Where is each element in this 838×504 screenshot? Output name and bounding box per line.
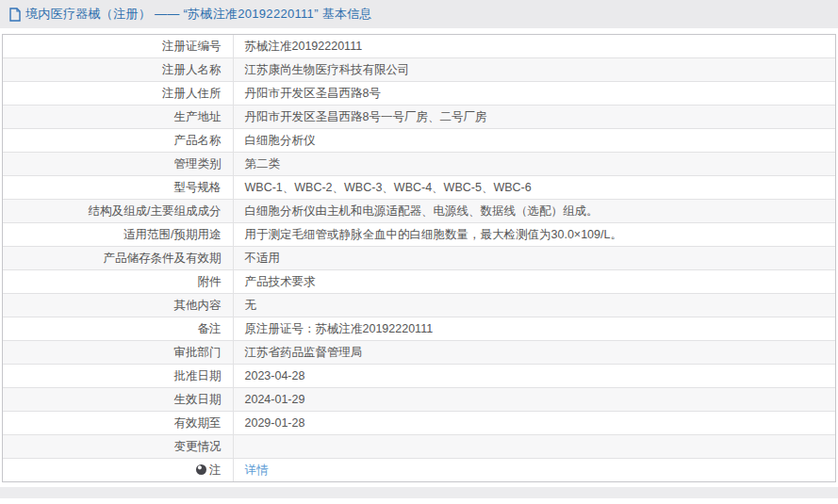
table-row: 产品名称白细胞分析仪 — [3, 129, 835, 153]
row-label: 审批部门 — [3, 341, 233, 365]
row-label: 批准日期 — [3, 365, 233, 388]
row-value-text: 用于测定毛细管或静脉全血中的白细胞数量，最大检测值为30.0×109/L。 — [245, 228, 622, 241]
row-value-text: 2029-01-28 — [245, 416, 305, 430]
row-label: 适用范围/预期用途 — [3, 223, 233, 247]
details-link[interactable]: 详情 — [245, 463, 269, 477]
row-value: 丹阳市开发区圣昌西路8号一号厂房、二号厂房 — [233, 106, 835, 129]
row-label-text: 附件 — [198, 275, 222, 288]
row-label: 其他内容 — [3, 294, 233, 317]
row-label-text: 有效期至 — [174, 416, 222, 430]
row-label: 变更情况 — [3, 435, 233, 459]
row-label: 生产地址 — [3, 106, 233, 129]
footer-strip — [0, 487, 838, 498]
row-value: 2029-01-28 — [233, 412, 835, 435]
row-value-text: 丹阳市开发区圣昌西路8号一号厂房、二号厂房 — [245, 110, 487, 123]
row-label-text: 生效日期 — [174, 393, 222, 406]
row-label-text: 批准日期 — [174, 369, 222, 382]
row-label: 产品名称 — [3, 129, 233, 153]
row-label-text: 注册证编号 — [162, 40, 222, 53]
table-row: 有效期至2029-01-28 — [3, 412, 835, 435]
row-label-text: 注 — [209, 463, 222, 477]
row-label: 注册人住所 — [3, 82, 233, 106]
table-row: 附件产品技术要求 — [3, 270, 835, 294]
row-value: 用于测定毛细管或静脉全血中的白细胞数量，最大检测值为30.0×109/L。 — [233, 223, 835, 247]
row-label-text: 注册人名称 — [162, 63, 222, 76]
row-value: 详情 — [233, 459, 835, 482]
row-label-text: 产品名称 — [174, 134, 222, 147]
row-value-text: 江苏康尚生物医疗科技有限公司 — [245, 63, 410, 76]
row-value — [233, 435, 835, 459]
row-value: 原注册证号：苏械注准20192220111 — [233, 317, 835, 341]
row-label-text: 产品储存条件及有效期 — [104, 252, 222, 265]
table-row: 批准日期2023-04-28 — [3, 365, 835, 388]
row-value-text: 产品技术要求 — [245, 275, 316, 288]
table-row: 注册人住所丹阳市开发区圣昌西路8号 — [3, 82, 835, 106]
row-value-text: 原注册证号：苏械注准20192220111 — [245, 322, 434, 335]
row-label: 有效期至 — [3, 412, 233, 435]
row-label-text: 变更情况 — [174, 440, 222, 453]
row-value: 产品技术要求 — [233, 270, 835, 294]
row-value: 丹阳市开发区圣昌西路8号 — [233, 82, 835, 106]
table-row: 适用范围/预期用途用于测定毛细管或静脉全血中的白细胞数量，最大检测值为30.0×… — [3, 223, 835, 247]
row-value: 苏械注准20192220111 — [233, 35, 835, 58]
row-value-text: 丹阳市开发区圣昌西路8号 — [245, 87, 381, 100]
table-row: 注册人名称江苏康尚生物医疗科技有限公司 — [3, 58, 835, 82]
row-label: 注册证编号 — [3, 35, 233, 58]
table-row: 变更情况 — [3, 435, 835, 459]
row-value-text: 白细胞分析仪 — [245, 134, 316, 147]
row-value: 江苏康尚生物医疗科技有限公司 — [233, 58, 835, 82]
table-row: 其他内容无 — [3, 294, 835, 317]
table-row: 结构及组成/主要组成成分白细胞分析仪由主机和电源适配器、电源线、数据线（选配）组… — [3, 200, 835, 223]
row-value-text: 白细胞分析仪由主机和电源适配器、电源线、数据线（选配）组成。 — [245, 204, 599, 218]
row-value-text: 2023-04-28 — [245, 369, 305, 382]
table-row: 生效日期2024-01-29 — [3, 388, 835, 412]
row-label-text: 结构及组成/主要组成成分 — [89, 204, 222, 218]
row-value-text: 2024-01-29 — [245, 393, 305, 406]
row-value: WBC-1、WBC-2、WBC-3、WBC-4、WBC-5、WBC-6 — [233, 176, 835, 200]
row-value-text: 江苏省药品监督管理局 — [245, 346, 363, 359]
table-row: 型号规格WBC-1、WBC-2、WBC-3、WBC-4、WBC-5、WBC-6 — [3, 176, 835, 200]
row-value: 不适用 — [233, 247, 835, 270]
row-label-text: 审批部门 — [174, 346, 222, 359]
row-value: 2024-01-29 — [233, 388, 835, 412]
row-value: 白细胞分析仪由主机和电源适配器、电源线、数据线（选配）组成。 — [233, 200, 835, 223]
row-label: 注册人名称 — [3, 58, 233, 82]
note-bulb-icon — [196, 464, 206, 475]
registration-info-table: 注册证编号苏械注准20192220111注册人名称江苏康尚生物医疗科技有限公司注… — [2, 34, 836, 482]
row-label: 型号规格 — [3, 176, 233, 200]
row-value-text: 苏械注准20192220111 — [245, 40, 363, 53]
row-label: 产品储存条件及有效期 — [3, 247, 233, 270]
table-row: 审批部门江苏省药品监督管理局 — [3, 341, 835, 365]
row-value: 江苏省药品监督管理局 — [233, 341, 835, 365]
row-label: 管理类别 — [3, 153, 233, 176]
document-icon — [9, 8, 21, 22]
row-label-text: 生产地址 — [174, 110, 222, 123]
row-label: 生效日期 — [3, 388, 233, 412]
row-label-text: 其他内容 — [174, 299, 222, 312]
page-title: 境内医疗器械（注册） —— “苏械注准20192220111” 基本信息 — [25, 6, 372, 23]
row-value-text: 无 — [245, 299, 257, 312]
row-label-text: 备注 — [198, 322, 222, 335]
table-row: 注册证编号苏械注准20192220111 — [3, 35, 835, 58]
row-label: 注 — [3, 459, 233, 482]
table-row: 注详情 — [3, 459, 835, 482]
row-value: 白细胞分析仪 — [233, 129, 835, 153]
row-label: 结构及组成/主要组成成分 — [3, 200, 233, 223]
row-value: 第二类 — [233, 153, 835, 176]
row-value-text: WBC-1、WBC-2、WBC-3、WBC-4、WBC-5、WBC-6 — [245, 181, 532, 194]
row-label-text: 管理类别 — [174, 157, 222, 171]
row-label-text: 注册人住所 — [162, 87, 222, 100]
row-value: 无 — [233, 294, 835, 317]
row-label-text: 型号规格 — [174, 181, 222, 194]
row-label: 备注 — [3, 317, 233, 341]
table-row: 管理类别第二类 — [3, 153, 835, 176]
row-value: 2023-04-28 — [233, 365, 835, 388]
table-row: 生产地址丹阳市开发区圣昌西路8号一号厂房、二号厂房 — [3, 106, 835, 129]
page-header: 境内医疗器械（注册） —— “苏械注准20192220111” 基本信息 — [0, 0, 838, 28]
row-value-text: 不适用 — [245, 252, 281, 265]
row-label-text: 适用范围/预期用途 — [123, 228, 221, 241]
row-label: 附件 — [3, 270, 233, 294]
row-value-text: 第二类 — [245, 157, 281, 171]
table-row: 产品储存条件及有效期不适用 — [3, 247, 835, 270]
table-row: 备注原注册证号：苏械注准20192220111 — [3, 317, 835, 341]
